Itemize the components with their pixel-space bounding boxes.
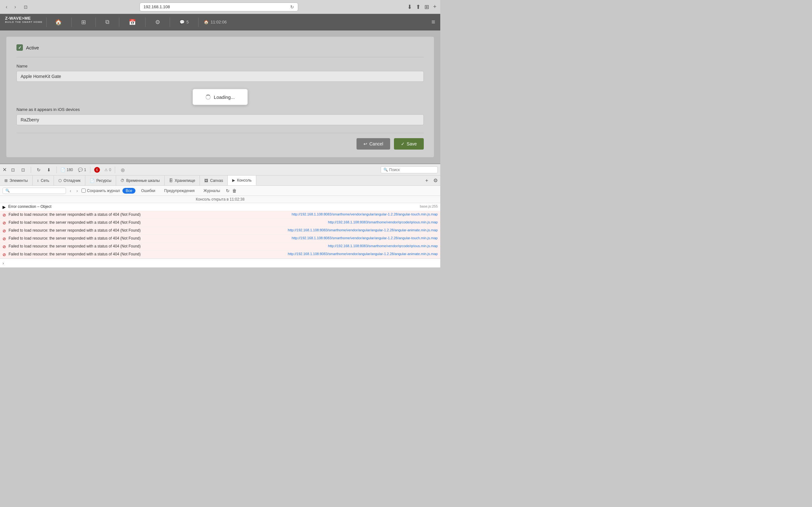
console-icon: ▶	[232, 178, 235, 182]
tab-elements[interactable]: ⊞ Элементы	[0, 176, 33, 185]
console-prompt: ›	[0, 259, 440, 268]
entry-message-2: Failed to load resource: the server resp…	[9, 220, 325, 225]
network-icon: ↕	[37, 178, 39, 183]
devtools-toolbar: ✕ ⊡ ⊡ ↻ ⬇ 📄 180 💬 1 6 ⚠ 0 ◎ 🔍	[0, 164, 440, 176]
console-entry-object: ▶ Error connection – Object base.js:255	[0, 203, 440, 211]
devtools-search[interactable]: 🔍	[380, 166, 438, 173]
tab-sidebar-button[interactable]: ⊡	[21, 4, 30, 10]
filter-logs-button[interactable]: Журналы	[200, 188, 223, 193]
expand-icon[interactable]: ▶	[3, 205, 6, 210]
devtools-separator-1	[31, 167, 31, 173]
sidebar-toggle-button[interactable]: ⊞	[424, 3, 429, 10]
devtools-dock-button[interactable]: ⊡	[9, 167, 17, 173]
entry-source-2[interactable]: http://192.168.1.108:8083/smarthome/vend…	[328, 220, 438, 224]
nav-grid-button[interactable]: ⊞	[77, 16, 90, 28]
devtools-comments: 💬 1	[78, 168, 86, 172]
cancel-button[interactable]: ↩ Cancel	[357, 138, 390, 150]
menu-button[interactable]: ≡	[432, 18, 435, 26]
nav-settings-button[interactable]: ⚙	[151, 16, 165, 28]
forward-button[interactable]: ›	[12, 3, 18, 10]
nav-calendar-button[interactable]: 📅	[124, 16, 140, 28]
console-prompt-input[interactable]	[6, 261, 438, 266]
name-input[interactable]	[16, 71, 424, 82]
console-entry-error-3: ⊘ Failed to load resource: the server re…	[0, 227, 440, 235]
active-checkbox[interactable]	[16, 44, 23, 51]
back-button[interactable]: ‹	[4, 3, 9, 10]
address-bar[interactable]: 192.168.1.108 ↻	[140, 3, 298, 11]
app-header: Z-WAVE>ME BUILD THE SMART HOME 🏠 ⊞ ⧉ 📅 ⚙…	[0, 14, 440, 31]
download-button[interactable]: ⬇	[407, 3, 412, 10]
error-icon-1: ⊘	[3, 213, 6, 217]
canvas-icon: 🖼	[204, 178, 208, 183]
nav-home-button[interactable]: 🏠	[50, 16, 66, 28]
entry-message-3: Failed to load resource: the server resp…	[9, 228, 285, 233]
loading-text: Loading...	[214, 95, 235, 100]
entry-message-5: Failed to load resource: the server resp…	[9, 244, 325, 248]
tab-resources[interactable]: 📄 Ресурсы	[85, 176, 116, 185]
devtools-console-bar: 🔍 ‹ › Сохранить журнал Все Ошибки Предуп…	[0, 186, 440, 196]
elements-icon: ⊞	[4, 178, 8, 183]
entry-source-6[interactable]: http://192.168.1.108:8083/smarthome/vend…	[288, 252, 438, 256]
devtools-search-input[interactable]	[389, 168, 435, 172]
reload-button[interactable]: ↻	[290, 4, 294, 9]
cancel-icon: ↩	[363, 141, 367, 147]
active-row: Active	[16, 44, 424, 57]
devtools-inspect-button[interactable]: ⊡	[19, 167, 27, 173]
tab-network[interactable]: ↕ Сеть	[33, 176, 54, 185]
tab-storage[interactable]: 🗄 Хранилище	[165, 176, 200, 185]
devtools-location-button[interactable]: ◎	[119, 167, 126, 173]
tab-timelines[interactable]: ⏱ Временные шкалы	[116, 176, 165, 185]
prompt-arrow: ›	[3, 261, 4, 266]
form-actions: ↩ Cancel ✓ Save	[16, 133, 424, 150]
console-refresh-button[interactable]: ↻	[226, 188, 230, 193]
tab-debugger[interactable]: ⬡ Отладчик	[54, 176, 85, 185]
entry-source[interactable]: base.js:255	[420, 205, 438, 208]
console-search-input[interactable]	[11, 188, 63, 193]
add-tab-button[interactable]: +	[433, 3, 437, 10]
name-ios-label: Name as it appears in iOS devices	[16, 107, 424, 112]
devtools-add-tab-button[interactable]: +	[423, 178, 431, 183]
entry-source-1[interactable]: http://192.168.1.108:8083/smarthome/vend…	[292, 212, 438, 216]
name-ios-group: Name as it appears in iOS devices	[16, 107, 424, 125]
entry-source-3[interactable]: http://192.168.1.108:8083/smarthome/vend…	[288, 228, 438, 232]
devtools-settings-button[interactable]: ⚙	[431, 177, 440, 183]
entry-source-5[interactable]: http://192.168.1.108:8083/smarthome/vend…	[328, 244, 438, 248]
filter-warnings-button[interactable]: Предупреждения	[161, 188, 198, 193]
header-divider-1	[46, 17, 47, 27]
console-next-button[interactable]: ›	[75, 188, 79, 193]
console-info: Консоль открыта в 11:02:38	[0, 196, 440, 203]
header-divider-2	[71, 17, 72, 27]
header-nav: 🏠 ⊞ ⧉ 📅 ⚙ 💬 5 🏠 11:02:06	[50, 16, 227, 28]
devtools: ✕ ⊡ ⊡ ↻ ⬇ 📄 180 💬 1 6 ⚠ 0 ◎ 🔍 ⊞ Элементы	[0, 164, 440, 268]
console-prev-button[interactable]: ‹	[68, 188, 72, 193]
filter-errors-button[interactable]: Ошибки	[138, 188, 159, 193]
filter-all-button[interactable]: Все	[122, 188, 136, 193]
tab-console[interactable]: ▶ Консоль	[228, 176, 256, 185]
error-icon-4: ⊘	[3, 236, 6, 241]
nav-chat-button[interactable]: 💬 5	[175, 17, 193, 27]
address-text: 192.168.1.108	[144, 4, 170, 9]
preserve-log-label[interactable]: Сохранить журнал	[82, 188, 120, 193]
devtools-reload-button[interactable]: ↻	[35, 167, 43, 173]
entry-source-4[interactable]: http://192.168.1.108:8083/smarthome/vend…	[292, 236, 438, 240]
header-divider-5	[145, 17, 146, 27]
devtools-download-button[interactable]: ⬇	[45, 167, 53, 173]
form-panel: Active Name Loading... Name as it appear…	[6, 37, 434, 157]
console-clear-button[interactable]: 🗑	[232, 188, 237, 193]
tab-canvas[interactable]: 🖼 Canvas	[200, 176, 228, 185]
console-entry-error-2: ⊘ Failed to load resource: the server re…	[0, 219, 440, 227]
entry-message-1: Failed to load resource: the server resp…	[9, 212, 289, 217]
time-home-icon: 🏠	[204, 20, 209, 24]
devtools-tabs: ⊞ Элементы ↕ Сеть ⬡ Отладчик 📄 Ресурсы ⏱…	[0, 176, 440, 186]
nav-copy-button[interactable]: ⧉	[101, 16, 114, 28]
share-button[interactable]: ⬆	[416, 3, 420, 10]
devtools-close-button[interactable]: ✕	[3, 167, 7, 173]
address-bar-wrapper: 192.168.1.108 ↻	[33, 3, 404, 11]
resources-icon: 📄	[90, 178, 95, 183]
name-ios-input[interactable]	[16, 114, 424, 125]
preserve-log-checkbox[interactable]	[82, 188, 86, 193]
console-search[interactable]: 🔍	[3, 187, 66, 194]
save-button[interactable]: ✓ Save	[394, 138, 424, 150]
devtools-separator-3	[90, 167, 90, 173]
devtools-separator-4	[115, 167, 115, 173]
